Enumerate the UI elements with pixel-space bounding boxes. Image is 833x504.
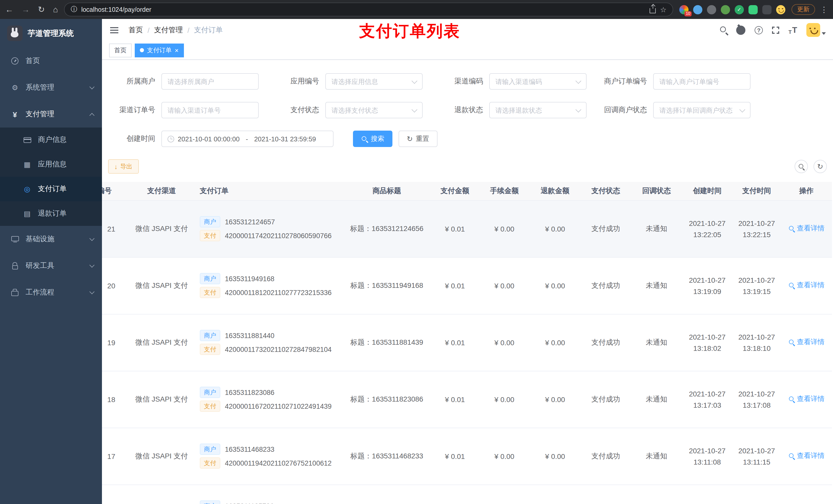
browser-update-button[interactable]: 更新	[791, 4, 815, 15]
product-title: 标题：1635311823086	[343, 371, 431, 428]
emoji-extension-icon[interactable]	[776, 5, 785, 14]
refund-status-select[interactable]	[495, 106, 580, 114]
product-title: 标题：1635311468233	[343, 428, 431, 484]
merchant-order-no: 1635312124657	[225, 218, 275, 225]
help-icon[interactable]: ?	[755, 26, 763, 34]
product-title: 标题：1635311881439	[343, 314, 431, 371]
col-header-channel: 支付渠道	[127, 182, 196, 200]
sidebar-item-merchant-info[interactable]: 商户信息	[0, 127, 102, 152]
fullscreen-icon[interactable]	[772, 26, 779, 33]
sidebar-item-workflow[interactable]: 工作流程	[0, 279, 102, 306]
sidebar-item-pay-order[interactable]: ◎ 支付订单	[0, 177, 102, 201]
browser-toolbar: ← → ↻ ⌂ ⓘ localhost:1024/pay/order ☆ 10 …	[0, 0, 833, 19]
breadcrumb-home[interactable]: 首页	[128, 25, 143, 34]
order-id: 21	[102, 200, 127, 257]
search-button[interactable]: 搜索	[353, 130, 392, 147]
refresh-icon[interactable]: ↻	[38, 5, 45, 14]
app-id-select[interactable]	[331, 78, 416, 85]
col-header-notify: 回调状态	[631, 182, 682, 200]
view-detail-link[interactable]: 查看详情	[788, 394, 825, 404]
fee-amount: ¥ 0.00	[479, 314, 530, 371]
actions-cell: 查看详情	[781, 484, 832, 504]
export-button[interactable]: ↓ 导出	[108, 159, 139, 174]
sidebar-item-refund-order[interactable]: ▤ 退款订单	[0, 201, 102, 226]
github-icon[interactable]	[736, 25, 745, 34]
table-row: 19 微信 JSAPI 支付 商户 1635311881440 支付 42000…	[102, 314, 832, 371]
extension-icon[interactable]	[721, 5, 730, 14]
pay-status-select[interactable]	[331, 106, 416, 114]
magnifier-icon	[788, 282, 795, 289]
back-icon[interactable]: ←	[5, 5, 13, 14]
filter-notify-status: 回调商户状态	[600, 102, 751, 118]
sidebar-item-payment[interactable]: ¥ 支付管理	[0, 101, 102, 127]
search-icon[interactable]	[719, 26, 728, 34]
magnifier-icon	[788, 453, 795, 459]
extension-icon[interactable]	[707, 5, 716, 14]
extension-icon[interactable]	[748, 5, 758, 14]
view-detail-link[interactable]: 查看详情	[788, 224, 825, 233]
sidebar-item-dev-tools[interactable]: 研发工具	[0, 253, 102, 279]
product-title: 标题：1635312124656	[343, 200, 431, 257]
view-detail-link[interactable]: 查看详情	[788, 452, 825, 461]
extension-icon[interactable]	[693, 5, 703, 14]
date-range-input[interactable]: 2021-10-01 00:00:00 - 2021-10-31 23:59:5…	[161, 130, 334, 147]
pay-amount: ¥ 0.01	[431, 428, 479, 484]
forward-icon[interactable]: →	[22, 5, 30, 14]
reset-button[interactable]: ↻ 重置	[399, 130, 437, 147]
close-icon[interactable]: ×	[175, 47, 178, 53]
col-header-title: 商品标题	[343, 182, 431, 200]
tab-pay-order[interactable]: 支付订单 ×	[135, 43, 184, 57]
create-time	[682, 484, 733, 504]
merchant-tag: 商户	[200, 443, 220, 455]
pay-tag: 支付	[200, 344, 220, 355]
pay-channel: 微信 JSAPI 支付	[127, 371, 196, 428]
tab-home[interactable]: 首页	[109, 43, 132, 57]
view-detail-link[interactable]: 查看详情	[788, 281, 825, 290]
home-icon[interactable]: ⌂	[53, 5, 58, 14]
gear-icon: ⚙	[10, 83, 20, 92]
filter-channel-order-no: 渠道订单号	[108, 102, 259, 118]
sidebar-item-infra[interactable]: 基础设施	[0, 226, 102, 253]
view-detail-link[interactable]: 查看详情	[788, 338, 825, 347]
create-time: 2021-10-27 13:22:05	[682, 200, 733, 257]
app-logo[interactable]: 芋道管理系统	[0, 19, 102, 48]
extension-badge: 10	[685, 11, 692, 16]
site-info-icon[interactable]: ⓘ	[71, 5, 77, 14]
user-menu[interactable]	[806, 23, 826, 37]
sidebar-item-home[interactable]: 首页	[0, 48, 102, 74]
col-header-id: 编号	[102, 182, 127, 200]
refresh-table-button[interactable]: ↻	[813, 160, 827, 173]
pay-channel	[127, 484, 196, 504]
channel-pay-no: 4200001173202110272847982104	[225, 345, 331, 353]
table-header-row: 编号 支付渠道 支付订单 商品标题 支付金额 手续金额 退款金额 支付状态 回调…	[102, 182, 832, 200]
toggle-search-button[interactable]	[794, 160, 808, 173]
table-row: 商户 1635311185736 支付 查看详情	[102, 484, 832, 504]
orders-table: 编号 支付渠道 支付订单 商品标题 支付金额 手续金额 退款金额 支付状态 回调…	[102, 182, 833, 504]
font-size-icon[interactable]: TT	[788, 25, 797, 34]
channel-order-no-input[interactable]	[168, 106, 253, 114]
sidebar-item-app-info[interactable]: ▦ 应用信息	[0, 152, 102, 177]
channel-code-select[interactable]	[495, 78, 580, 85]
magnifier-icon	[788, 396, 795, 403]
merchant-order-no-input[interactable]	[659, 78, 744, 85]
bookmark-star-icon[interactable]: ☆	[660, 5, 667, 14]
extension-icon[interactable]: ✓	[735, 5, 744, 14]
sidebar-item-system[interactable]: ⚙ 系统管理	[0, 74, 102, 101]
merchant-input[interactable]	[168, 78, 253, 85]
filter-refund-status: 退款状态	[436, 102, 587, 118]
extension-icon[interactable]: 10	[679, 5, 689, 14]
pay-status: 支付成功	[580, 257, 631, 314]
browser-menu-icon[interactable]: ⋮	[820, 5, 828, 14]
chevron-down-icon	[89, 289, 95, 294]
filter-merchant: 所属商户	[108, 73, 259, 90]
pay-status: 支付成功	[580, 314, 631, 371]
notify-status-select[interactable]	[659, 106, 744, 114]
share-icon[interactable]	[650, 8, 656, 13]
hamburger-icon[interactable]	[110, 27, 118, 33]
breadcrumb-payment[interactable]: 支付管理	[154, 25, 183, 34]
actions-cell: 查看详情	[781, 314, 832, 371]
url-bar[interactable]: ⓘ localhost:1024/pay/order ☆	[64, 3, 673, 16]
pay-channel: 微信 JSAPI 支付	[127, 257, 196, 314]
dashboard-icon	[10, 57, 20, 65]
extension-icon[interactable]	[762, 5, 771, 14]
